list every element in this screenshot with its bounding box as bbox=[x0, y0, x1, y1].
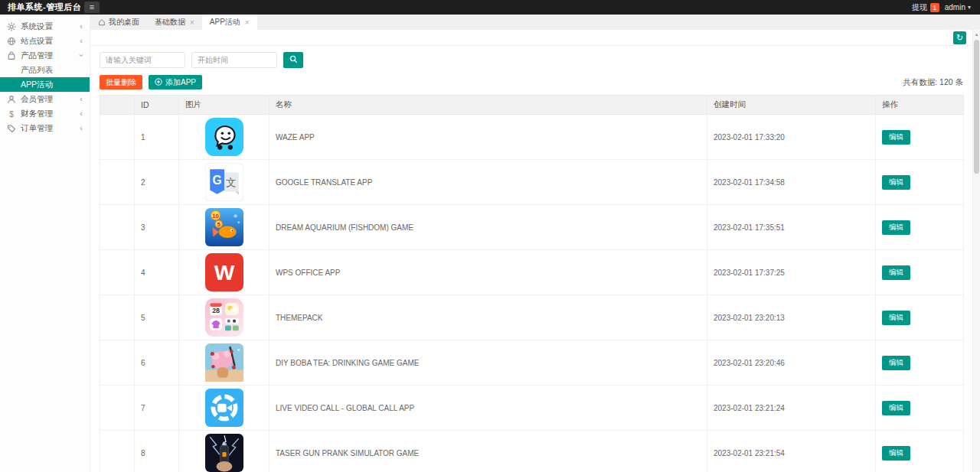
add-app-button[interactable]: 添加APP bbox=[149, 75, 202, 90]
svg-text:文: 文 bbox=[226, 177, 237, 188]
row-app-name: WPS OFFICE APP bbox=[270, 250, 707, 295]
edit-button[interactable]: 编辑 bbox=[882, 175, 910, 190]
row-select-cell[interactable] bbox=[100, 386, 135, 431]
tab-close-icon[interactable]: × bbox=[190, 18, 194, 27]
scrollbar-thumb[interactable] bbox=[974, 40, 979, 174]
row-select-cell[interactable] bbox=[100, 160, 135, 205]
edit-button[interactable]: 编辑 bbox=[882, 401, 910, 415]
row-app-image bbox=[179, 340, 270, 386]
video-call-app-icon bbox=[205, 389, 243, 427]
chevron-icon: ‹ bbox=[80, 22, 83, 31]
search-button[interactable] bbox=[283, 52, 303, 68]
tab-label: APP活动 bbox=[210, 17, 240, 28]
total-count: 共有数据: 120 条 bbox=[903, 77, 963, 88]
table-row: 1 WAZE APP 2023-02-01 17:33:20 编辑 bbox=[100, 115, 964, 160]
tab-close-icon[interactable]: × bbox=[245, 18, 250, 27]
edit-button[interactable]: 编辑 bbox=[882, 220, 910, 235]
row-id: 2 bbox=[135, 160, 179, 205]
edit-button[interactable]: 编辑 bbox=[882, 265, 910, 280]
row-app-name: GOOGLE TRANSLATE APP bbox=[270, 160, 707, 205]
tab-label: 基础数据 bbox=[155, 17, 185, 28]
row-app-image: 28 bbox=[179, 295, 270, 340]
column-header: ID bbox=[135, 96, 179, 115]
row-id: 3 bbox=[135, 205, 179, 250]
row-app-image: 文G bbox=[179, 160, 270, 205]
column-header: 名称 bbox=[270, 96, 707, 115]
row-select-cell[interactable] bbox=[100, 115, 135, 160]
row-select-cell[interactable] bbox=[100, 295, 135, 340]
action-row: 批量删除 添加APP 共有数据: 120 条 bbox=[100, 75, 963, 90]
column-header bbox=[100, 96, 135, 115]
sidebar-item-订单管理[interactable]: 订单管理 ‹ bbox=[0, 121, 90, 135]
row-select-cell[interactable] bbox=[100, 340, 135, 386]
tab[interactable]: 我的桌面 bbox=[90, 15, 147, 30]
search-icon bbox=[289, 54, 298, 66]
boba-tea-game-icon bbox=[205, 343, 243, 382]
row-id: 4 bbox=[135, 250, 179, 295]
sidebar-item-label: 站点设置 bbox=[21, 36, 53, 47]
sidebar-item-产品管理[interactable]: 产品管理 ‹ bbox=[0, 48, 90, 63]
sidebar-item-label: 财务管理 bbox=[21, 109, 53, 119]
svg-text:5: 5 bbox=[217, 221, 220, 228]
column-header: 操作 bbox=[876, 96, 964, 115]
row-created-time: 2023-02-01 23:21:54 bbox=[707, 431, 876, 472]
home-icon bbox=[98, 18, 106, 26]
user-icon bbox=[7, 95, 16, 104]
edit-button[interactable]: 编辑 bbox=[882, 311, 910, 325]
row-created-time: 2023-02-01 17:35:51 bbox=[707, 205, 876, 250]
refresh-button[interactable]: ↻ bbox=[953, 31, 966, 44]
batch-delete-button[interactable]: 批量删除 bbox=[100, 75, 142, 90]
add-app-label: 添加APP bbox=[165, 77, 196, 88]
vertical-scrollbar[interactable]: ▴ bbox=[972, 30, 980, 472]
row-select-cell[interactable] bbox=[100, 250, 135, 295]
table-row: 3 105 DREAM AQUARIUM (FISHDOM) GAME 2023… bbox=[100, 205, 964, 250]
svg-text:G: G bbox=[212, 174, 221, 187]
sidebar: 系统设置 ‹ 站点设置 ‹ 产品管理 ‹ 产品列表 APP活动 会员管理 ‹ $… bbox=[0, 15, 90, 472]
plus-circle-icon bbox=[155, 78, 162, 87]
edit-button[interactable]: 编辑 bbox=[882, 130, 910, 145]
row-app-image bbox=[179, 386, 270, 431]
row-created-time: 2023-02-01 17:33:20 bbox=[707, 115, 876, 160]
tab[interactable]: APP活动 × bbox=[202, 15, 257, 30]
menu-toggle-icon[interactable]: ≡ bbox=[84, 2, 100, 13]
top-bar-right: 提现 1 admin ▾ bbox=[912, 2, 980, 13]
row-app-name: DIY BOBA TEA: DRINKING GAME GAME bbox=[270, 340, 707, 386]
sidebar-item-会员管理[interactable]: 会员管理 ‹ bbox=[0, 92, 90, 106]
row-app-name: DREAM AQUARIUM (FISHDOM) GAME bbox=[270, 205, 707, 250]
sidebar-subitem-APP活动[interactable]: APP活动 bbox=[0, 77, 90, 92]
row-created-time: 2023-02-01 23:20:46 bbox=[707, 340, 876, 386]
row-created-time: 2023-02-01 17:34:58 bbox=[707, 160, 876, 205]
keyword-input[interactable] bbox=[100, 52, 185, 68]
table-header-row: ID图片名称创建时间操作 bbox=[100, 96, 964, 115]
row-select-cell[interactable] bbox=[100, 205, 135, 250]
sidebar-item-财务管理[interactable]: $ 财务管理 ‹ bbox=[0, 106, 90, 121]
chevron-icon: ‹ bbox=[80, 109, 83, 118]
row-app-name: TASER GUN PRANK SIMULATOR GAME bbox=[270, 431, 707, 472]
tab-bar: 我的桌面 基础数据 × APP活动 × bbox=[90, 15, 980, 30]
table-row: 7 LIVE VIDEO CALL - GLOBAL CALL APP 2023… bbox=[100, 386, 964, 431]
sidebar-item-站点设置[interactable]: 站点设置 ‹ bbox=[0, 34, 90, 48]
svg-text:W: W bbox=[214, 261, 234, 285]
sidebar-item-label: 系统设置 bbox=[21, 21, 53, 32]
sidebar-item-系统设置[interactable]: 系统设置 ‹ bbox=[0, 19, 90, 34]
tab[interactable]: 基础数据 × bbox=[147, 15, 202, 30]
scroll-up-arrow-icon[interactable]: ▴ bbox=[973, 30, 980, 38]
start-time-input[interactable] bbox=[191, 52, 277, 68]
withdraw-notice[interactable]: 提现 1 bbox=[912, 2, 939, 13]
chevron-icon: ‹ bbox=[80, 124, 83, 132]
sidebar-subitem-产品列表[interactable]: 产品列表 bbox=[0, 63, 90, 77]
user-menu[interactable]: admin ▾ bbox=[945, 3, 971, 11]
edit-button[interactable]: 编辑 bbox=[882, 446, 910, 461]
sidebar-subitem-label: 产品列表 bbox=[21, 65, 53, 76]
edit-button[interactable]: 编辑 bbox=[882, 356, 910, 370]
row-app-image: W bbox=[179, 250, 270, 295]
app-title: 排单系统-管理后台 bbox=[0, 2, 81, 13]
themepack-app-icon: 28 bbox=[205, 298, 243, 337]
table-row: 8 TASER GUN PRANK SIMULATOR GAME 2023-02… bbox=[100, 431, 964, 472]
chevron-icon: ‹ bbox=[80, 37, 83, 45]
row-select-cell[interactable] bbox=[100, 431, 135, 472]
sidebar-item-label: 会员管理 bbox=[21, 94, 53, 105]
sidebar-item-label: 产品管理 bbox=[21, 50, 53, 61]
tab-label: 我的桌面 bbox=[109, 17, 139, 28]
svg-text:28: 28 bbox=[212, 307, 220, 314]
